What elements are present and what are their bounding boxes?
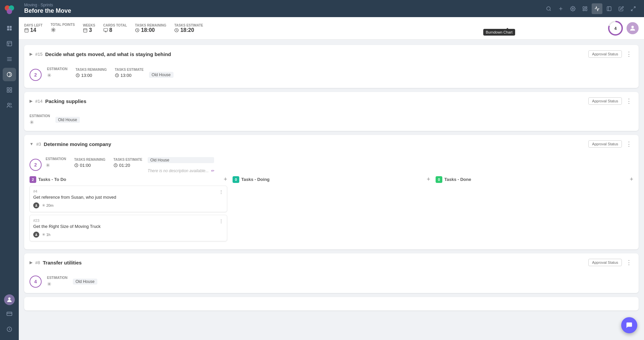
meta-tasks-estimate-15: TASKS ESTIMATE 13:00 (115, 68, 144, 78)
svg-point-13 (7, 72, 12, 77)
task-time-4: ✳ 20m (42, 203, 53, 208)
task-assignee-icon-23 (33, 232, 39, 238)
clock-icon (135, 28, 140, 33)
story-circle-3: 2 (30, 159, 42, 171)
app-logo[interactable] (3, 4, 15, 16)
main-area: Moving · Sprints Before the Move Burndow… (19, 0, 644, 340)
story-header-3[interactable]: ▼ #3 Determine moving company Approval S… (24, 135, 639, 153)
svg-rect-6 (10, 29, 12, 31)
story-card-14: ▶ #14 Packing supplies Approval Status ⋮… (24, 92, 639, 131)
svg-rect-29 (585, 7, 587, 8)
more-options-btn-3[interactable]: ⋮ (625, 139, 633, 149)
sidebar-item-reports[interactable] (3, 37, 16, 50)
story-header-8[interactable]: ▶ #8 Transfer utilities Approval Status … (24, 253, 639, 272)
stat-tasks-estimate: TASKS ESTIMATE 18:20 (174, 23, 203, 33)
meta-tasks-remaining-3: TASKS REMAINING 01:00 (74, 158, 105, 168)
board-button[interactable] (580, 3, 590, 14)
stat-tasks-remaining: TASKS REMAINING 18:00 (135, 23, 166, 33)
todo-badge: 2 (30, 176, 36, 183)
story-card-15: ▶ #15 Decide what gets moved, and what i… (24, 45, 639, 88)
meta-estimation-3: ESTIMATION ✳ (46, 157, 66, 168)
svg-point-18 (8, 103, 10, 105)
svg-rect-14 (7, 88, 9, 89)
fullscreen-button[interactable] (628, 3, 639, 14)
settings-button[interactable] (567, 3, 578, 14)
sidebar-item-sprints[interactable] (3, 68, 16, 81)
sidebar-item-billing[interactable] (3, 307, 16, 321)
task-more-btn-23[interactable]: ⋮ (219, 218, 224, 224)
kanban-col-header-todo: 2 Tasks - To Do + (30, 176, 227, 183)
sidebar-item-grid[interactable] (3, 83, 16, 97)
story-card-partial (24, 297, 639, 310)
svg-point-56 (36, 234, 37, 235)
approval-status-btn-15[interactable]: Approval Status (588, 50, 622, 58)
svg-point-55 (36, 204, 37, 205)
svg-rect-17 (10, 91, 12, 92)
stats-bar: DAYS LEFT 14 TOTAL POINTS ✳ WEEKS 3 CARD… (19, 17, 644, 40)
story-description-3: There is no description available... ✏ (148, 168, 214, 173)
more-options-btn-8[interactable]: ⋮ (625, 257, 633, 268)
story-tag-14: Old House (55, 117, 80, 123)
story-header-14[interactable]: ▶ #14 Packing supplies Approval Status ⋮ (24, 92, 639, 110)
svg-rect-4 (10, 26, 12, 28)
kanban-col-done: 0 Tasks - Done + (436, 176, 633, 244)
search-button[interactable] (543, 3, 554, 14)
svg-line-24 (550, 10, 551, 11)
approval-status-btn-3[interactable]: Approval Status (588, 140, 622, 148)
sidebar-item-team[interactable] (3, 99, 16, 112)
user-avatar-sidebar[interactable] (4, 294, 15, 305)
burndown-chart[interactable]: 4 (607, 20, 624, 37)
meta-tasks-remaining-15: TASKS REMAINING 13:00 (76, 68, 107, 78)
svg-rect-30 (585, 9, 587, 11)
chat-button[interactable] (621, 317, 637, 333)
story-body-3: 2 ESTIMATION ✳ TASKS REMAINING 01:00 (24, 153, 639, 249)
edit-button[interactable] (616, 3, 627, 14)
svg-rect-36 (25, 29, 29, 32)
clock-icon (76, 73, 80, 78)
story-header-15[interactable]: ▶ #15 Decide what gets moved, and what i… (24, 45, 639, 63)
story-tag-3: Old House (148, 157, 214, 163)
svg-point-27 (572, 8, 574, 9)
more-options-btn-14[interactable]: ⋮ (625, 96, 633, 106)
user-avatar-stats[interactable] (627, 22, 639, 34)
breadcrumb: Moving · Sprints (24, 3, 71, 7)
list-button[interactable] (604, 3, 614, 14)
doing-badge: 0 (233, 176, 239, 183)
svg-point-23 (547, 7, 550, 10)
task-assignee-icon-4 (33, 202, 39, 208)
story-card-3: ▼ #3 Determine moving company Approval S… (24, 135, 639, 249)
add-button[interactable] (555, 3, 566, 14)
sidebar-item-dashboard[interactable] (3, 21, 16, 35)
story-card-8: ▶ #8 Transfer utilities Approval Status … (24, 253, 639, 293)
meta-tasks-estimate-3: TASKS ESTIMATE 01:20 (113, 158, 142, 168)
svg-rect-42 (104, 28, 108, 31)
task-time-23: ✳ 1h (42, 232, 50, 237)
doing-col-title: Tasks - Doing (241, 177, 269, 182)
approval-status-btn-14[interactable]: Approval Status (588, 97, 622, 105)
sidebar-item-expand[interactable] (3, 323, 16, 336)
approval-status-btn-8[interactable]: Approval Status (588, 259, 622, 266)
stat-weeks: WEEKS 3 (83, 23, 95, 33)
svg-line-35 (631, 9, 633, 11)
asterisk-icon: ✳ (51, 27, 56, 34)
more-options-btn-15[interactable]: ⋮ (625, 49, 633, 59)
svg-rect-16 (7, 91, 9, 92)
todo-add-btn[interactable]: + (224, 176, 227, 183)
svg-rect-31 (583, 9, 585, 10)
done-add-btn[interactable]: + (630, 176, 633, 183)
doing-add-btn[interactable]: + (427, 176, 430, 183)
task-more-btn-4[interactable]: ⋮ (219, 189, 224, 195)
cards-icon (103, 28, 108, 33)
meta-estimation-14: ESTIMATION ✳ (30, 114, 50, 126)
task-card-23: #23 Get the Right Size of Moving Truck ⋮ (30, 215, 227, 241)
edit-description-icon[interactable]: ✏ (211, 168, 214, 173)
svg-point-50 (631, 26, 634, 28)
estimate-clock-icon (174, 28, 179, 33)
burndown-tooltip: Burndown Chart (483, 29, 515, 36)
story-circle-15: 2 (30, 69, 42, 81)
kanban-col-todo: 2 Tasks - To Do + #4 Get reference from … (30, 176, 227, 244)
task-footer-4: ✳ 20m (33, 202, 224, 208)
svg-rect-3 (7, 26, 9, 28)
sidebar-item-menu[interactable] (3, 52, 16, 66)
chart-button[interactable] (592, 3, 602, 14)
